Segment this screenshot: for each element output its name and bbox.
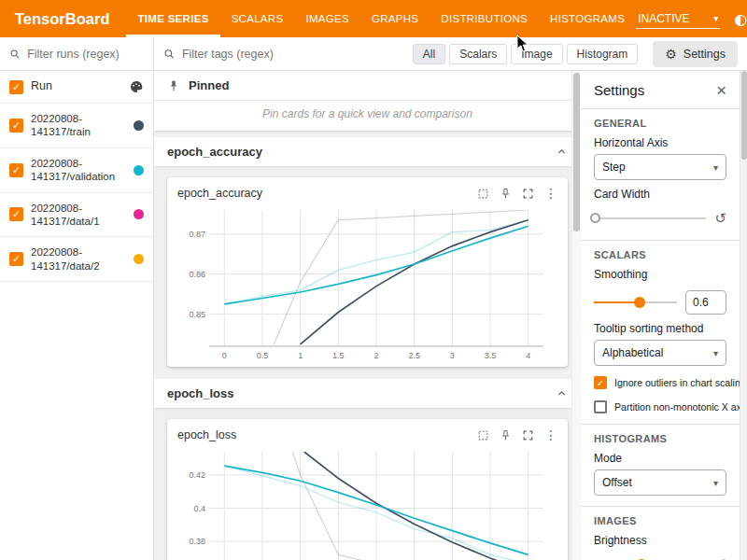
status-dropdown[interactable]: INACTIVE ▾	[636, 9, 720, 29]
more-options-icon[interactable]: ⋮	[544, 427, 557, 442]
histogram-mode-select[interactable]: Offset ▾	[594, 469, 726, 496]
runs-header-label: Run	[31, 79, 121, 94]
reset-icon[interactable]: ↺	[714, 556, 726, 560]
settings-panel-title: Settings	[594, 82, 644, 98]
tags-filter-box	[163, 48, 405, 61]
svg-text:1.5: 1.5	[332, 351, 345, 360]
palette-icon[interactable]	[129, 79, 144, 94]
smoothing-slider[interactable]	[594, 301, 677, 303]
run-row-data-2[interactable]: ✓ 20220808-141317/data/2	[0, 237, 153, 282]
tooltip-sorting-select[interactable]: Alphabetical ▾	[594, 340, 726, 366]
svg-text:2: 2	[374, 351, 378, 360]
run-checkbox[interactable]: ✓	[9, 119, 23, 133]
settings-panel: Settings × GENERAL Horizontal Axis Step …	[581, 71, 740, 560]
section-title: epoch_accuracy	[167, 145, 262, 159]
chip-histogram[interactable]: Histogram	[567, 44, 639, 64]
scrollbar-thumb[interactable]	[573, 73, 580, 231]
run-color-dot	[134, 209, 144, 219]
main-scrollbar[interactable]	[571, 71, 581, 560]
page-scrollbar[interactable]	[740, 71, 747, 560]
epoch-accuracy-chart[interactable]: 00.511.522.533.540.850.860.87	[176, 204, 551, 363]
checkbox-checked[interactable]: ✓	[594, 376, 607, 389]
tab-graphs[interactable]: GRAPHS	[360, 0, 430, 37]
chevron-up-icon[interactable]	[556, 387, 568, 399]
tab-images[interactable]: IMAGES	[294, 0, 360, 37]
brightness-label: Brightness	[594, 534, 726, 547]
runs-filter-box	[0, 37, 154, 70]
filter-runs-input[interactable]	[27, 48, 144, 61]
slider-thumb[interactable]	[590, 213, 600, 223]
fullscreen-icon[interactable]	[522, 429, 534, 441]
pin-card-icon[interactable]	[500, 188, 512, 200]
run-row-validation[interactable]: ✓ 20220808-141317/validation	[0, 148, 153, 193]
caret-down-icon: ▾	[713, 478, 718, 488]
slider-thumb[interactable]	[634, 297, 645, 308]
runs-master-checkbox[interactable]: ✓	[9, 80, 23, 94]
settings-panel-header: Settings ×	[581, 71, 740, 109]
svg-text:0.85: 0.85	[189, 310, 205, 319]
scalar-card-epoch-loss: epoch_loss ⋮	[167, 419, 568, 560]
run-checkbox[interactable]: ✓	[9, 252, 23, 266]
chip-all[interactable]: All	[413, 44, 445, 64]
settings-button-label: Settings	[684, 48, 726, 61]
partition-x-axis-label: Partition non-monotonic X axis	[614, 401, 740, 413]
app-title: TensorBoard	[0, 10, 126, 28]
ignore-outliers-checkbox-row[interactable]: ✓ Ignore outliers in chart scaling	[594, 376, 726, 389]
card-title: epoch_loss	[177, 428, 236, 441]
section-header-epoch-loss[interactable]: epoch_loss	[154, 379, 581, 408]
tags-toolbar: All Scalars Image Histogram ⚙ Settings	[154, 37, 747, 70]
horizontal-axis-select[interactable]: Step ▾	[594, 154, 726, 180]
run-label: 20220808-141317/validation	[31, 157, 126, 184]
pin-card-icon[interactable]	[500, 429, 512, 441]
gear-icon: ⚙	[665, 47, 677, 62]
more-options-icon[interactable]: ⋮	[544, 186, 557, 201]
partition-x-axis-checkbox-row[interactable]: Partition non-monotonic X axis ⓘ	[594, 399, 726, 413]
run-row-train[interactable]: ✓ 20220808-141317/train	[0, 104, 153, 148]
section-body-epoch-loss: epoch_loss ⋮	[154, 408, 581, 560]
svg-text:2.5: 2.5	[408, 351, 420, 360]
tooltip-sorting-value: Alphabetical	[602, 346, 663, 359]
runs-header-row[interactable]: ✓ Run	[0, 71, 153, 104]
fit-to-data-icon[interactable]	[477, 188, 489, 200]
run-label: 20220808-141317/data/1	[31, 202, 126, 229]
search-icon	[163, 48, 176, 61]
fit-to-data-icon[interactable]	[477, 429, 489, 441]
section-body-epoch-accuracy: epoch_accuracy	[154, 166, 581, 379]
chip-image[interactable]: Image	[511, 44, 562, 64]
epoch-loss-chart[interactable]: 00.511.522.533.540.360.380.40.42	[176, 446, 551, 560]
chip-scalars[interactable]: Scalars	[449, 44, 507, 64]
tab-time-series[interactable]: TIME SERIES	[126, 0, 219, 37]
run-checkbox[interactable]: ✓	[9, 163, 23, 177]
settings-section-histograms: HISTOGRAMS Mode Offset ▾	[581, 425, 740, 507]
section-header-epoch-accuracy[interactable]: epoch_accuracy	[154, 137, 581, 166]
app-header: TensorBoard TIME SERIES SCALARS IMAGES G…	[0, 0, 747, 37]
svg-text:0.42: 0.42	[189, 470, 205, 480]
reset-icon[interactable]: ↺	[714, 210, 726, 227]
tab-scalars[interactable]: SCALARS	[220, 0, 295, 37]
fullscreen-icon[interactable]	[522, 188, 534, 200]
card-actions: ⋮	[477, 427, 557, 442]
close-icon[interactable]: ×	[716, 81, 726, 99]
search-icon	[9, 48, 21, 61]
settings-button[interactable]: ⚙ Settings	[653, 41, 738, 67]
smoothing-value-input[interactable]: 0.6	[685, 290, 726, 315]
theme-toggle-icon[interactable]: ◐	[732, 10, 747, 28]
chevron-up-icon[interactable]	[556, 146, 568, 158]
ignore-outliers-label: Ignore outliers in chart scaling	[614, 377, 740, 388]
filter-tags-input[interactable]	[182, 48, 405, 61]
checkbox-unchecked[interactable]	[594, 400, 607, 413]
card-header: epoch_accuracy	[176, 184, 559, 204]
scrollbar-thumb[interactable]	[741, 71, 747, 160]
tab-histograms[interactable]: HISTOGRAMS	[539, 0, 636, 37]
horizontal-axis-label: Horizontal Axis	[594, 136, 726, 149]
settings-section-images: IMAGES Brightness ↺ Contrast ↺	[581, 507, 740, 560]
svg-text:0.4: 0.4	[193, 504, 205, 513]
run-label: 20220808-141317/train	[31, 112, 126, 139]
section-heading: GENERAL	[594, 118, 726, 129]
card-width-slider[interactable]	[594, 217, 706, 219]
pinned-section-header: Pinned	[154, 71, 581, 101]
tag-type-chips: All Scalars Image Histogram	[413, 44, 638, 64]
run-checkbox[interactable]: ✓	[9, 207, 23, 221]
tab-distributions[interactable]: DISTRIBUTIONS	[430, 0, 539, 37]
run-row-data-1[interactable]: ✓ 20220808-141317/data/1	[0, 193, 153, 238]
